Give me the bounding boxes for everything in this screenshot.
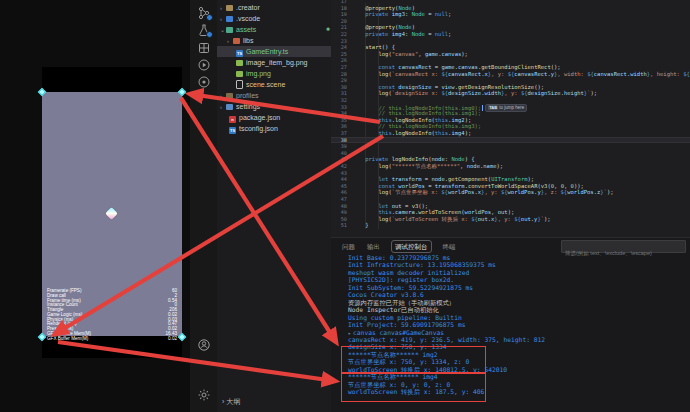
line-number: 24 [331, 44, 347, 51]
line-number: 42 [331, 163, 347, 170]
ts-icon: TS [229, 127, 236, 134]
code-line-48: 48 let out = v3(); [331, 203, 690, 210]
console-line: ******节点名称****** img2 [348, 351, 438, 358]
account-icon[interactable] [197, 338, 211, 352]
line-number: 33 [331, 104, 347, 111]
console-line: 资源内存监控已开始（手动刷新模式） [348, 299, 455, 306]
tree-item-label: assets [236, 26, 256, 33]
code-line-18: 18 @property(Node) [331, 5, 690, 12]
line-number: 36 [331, 123, 347, 130]
console-line: ******节点名称****** img4 [348, 373, 438, 380]
stat-row: GFX Buffer Mem(M)0.02 [47, 337, 177, 342]
expand-chevron-icon[interactable]: ▸ [348, 330, 351, 336]
code-line-24: 24 start() { [331, 44, 690, 51]
panel-tab-输出[interactable]: 输出 [367, 241, 380, 252]
code-line-47: 47 [331, 196, 690, 203]
tree-item-label: GameEntry.ts [246, 48, 288, 55]
tree-item-label: settings [236, 103, 260, 110]
code-line-36: 36 // this.logNodeInfo(this.img3); [331, 123, 690, 130]
outline-section[interactable]: › 大纲 [222, 397, 240, 407]
line-number: 31 [331, 90, 347, 97]
console-line: Init Project: 59.69091796875 ms [348, 321, 466, 328]
code-line-40: 40 [331, 150, 690, 157]
npm-icon: n [229, 116, 236, 123]
line-number: 21 [331, 24, 347, 31]
record-circle-icon[interactable] [197, 75, 211, 89]
line-number: 37 [331, 130, 347, 137]
code-line-26: 26 [331, 57, 690, 64]
profiler-stats: Framerate (FPS)60Draw call2Frame time (m… [47, 289, 177, 341]
code-line-22: 22 private img4: Node = null; [331, 31, 690, 38]
code-line-49: 49 this.camera.worldToScreen(worldPos, o… [331, 209, 690, 216]
tree-item-profiles[interactable]: ›profiles [217, 90, 334, 101]
tree-item-libs[interactable]: ›libs [217, 35, 341, 46]
panel-tab-调试控制台[interactable]: 调试控制台 [392, 241, 431, 252]
console-line: 节点世界坐标 x: 750, y: 1334, z: 0 [348, 358, 469, 365]
console-line: Using custom pipeline: Builtin [348, 314, 462, 321]
code-line-29: 29 [331, 77, 690, 84]
code-line-19: 19 private img3: Node = null; [331, 11, 690, 18]
console-line: [PHYSICS2D]: register box2d. [348, 276, 454, 283]
file-explorer: ›.creator›.vscode⌄assets✱›libsTSGameEntr… [217, 0, 332, 412]
console-filter-input[interactable] [562, 248, 685, 259]
gizmo-corner-diamond-topright [178, 88, 186, 96]
code-line-41: 41 private logNodeInfo(node: Node) { [331, 156, 690, 163]
code-line-30: 30 const designSize = view.getDesignReso… [331, 84, 690, 91]
console-line: Init Base: 0.23779296875 ms [348, 254, 450, 261]
hierarchy-icon[interactable] [197, 6, 211, 20]
line-number: 28 [331, 71, 347, 78]
line-number: 18 [331, 5, 347, 12]
code-line-32: 32 [331, 97, 690, 104]
console-line: Node Inspector已自动初始化 [348, 306, 439, 313]
tree-item-label: .creator [236, 4, 260, 11]
code-line-37: 37 this.logNodeInfo(this.img4); [331, 130, 690, 137]
tree-item-settings[interactable]: ›settings [217, 101, 334, 112]
code-line-33: 33 // this.logNodeInfo(this.img0);TAB to… [331, 104, 690, 111]
img-icon [236, 71, 243, 77]
line-number: 44 [331, 176, 347, 183]
line-number: 27 [331, 64, 347, 71]
img-icon [236, 60, 243, 66]
code-line-31: 31 log(`designSize x: ${designSize.width… [331, 90, 690, 97]
tree-item--creator[interactable]: ›.creator [217, 2, 334, 13]
console-line: Init SubSystem: 59.52294921875 ms [348, 284, 473, 291]
panel-tab-终端[interactable]: 终端 [443, 241, 456, 252]
code-editor[interactable]: 1718 @property(Node)19 private img3: Nod… [331, 0, 690, 237]
line-number: 51 [331, 222, 347, 229]
console-line: designSize x: 750, y: 1334 [348, 343, 447, 350]
code-line-27: 27 const canvasRect = game.canvas.getBou… [331, 64, 690, 71]
line-number: 39 [331, 143, 347, 150]
flask-icon[interactable] [197, 23, 211, 37]
code-line-34: 34 // this.logNodeInfo(this.img1); [331, 110, 690, 117]
line-number: 40 [331, 150, 347, 157]
line-number: 34 [331, 110, 347, 117]
tree-item-package-json[interactable]: npackage.json [217, 112, 343, 123]
line-number: 20 [331, 18, 347, 25]
tree-item-label: libs [243, 37, 254, 44]
ts-icon: TS [236, 50, 243, 57]
console-line: 节点世界坐标 x: 0, y: 0, z: 0 [348, 381, 450, 388]
tree-item-label: package.json [239, 114, 280, 121]
line-number: 23 [331, 38, 347, 45]
run-circle-icon[interactable] [197, 58, 211, 72]
game-preview-panel: Framerate (FPS)60Draw call2Frame time (m… [0, 0, 190, 412]
settings-gear-icon[interactable] [197, 388, 211, 402]
code-line-38: 38 [331, 137, 690, 144]
tree-item-assets[interactable]: ⌄assets✱ [217, 24, 334, 35]
tree-item-label: tsconfig.json [239, 125, 278, 132]
code-line-25: 25 log("canvas", game.canvas); [331, 51, 690, 58]
tree-item--vscode[interactable]: ›.vscode [217, 13, 334, 24]
tree-item-tsconfig-json[interactable]: TStsconfig.json [217, 123, 343, 134]
extensions-icon[interactable] [197, 41, 211, 55]
line-number: 26 [331, 57, 347, 64]
code-line-42: 42 log("******节点名称******", node.name); [331, 163, 690, 170]
console-filter [561, 240, 686, 253]
console-line: canvasRect x: 419, y: 236.5, width: 375,… [348, 336, 545, 343]
line-number: 50 [331, 216, 347, 223]
tree-item-label: image_item_bg.png [246, 59, 308, 66]
line-number: 47 [331, 196, 347, 203]
code-line-51: 51 } [331, 222, 690, 229]
vscode-icon [226, 16, 233, 22]
panel-tab-问题[interactable]: 问题 [342, 241, 355, 252]
code-line-45: 45 const worldPos = transform.convertToW… [331, 183, 690, 190]
